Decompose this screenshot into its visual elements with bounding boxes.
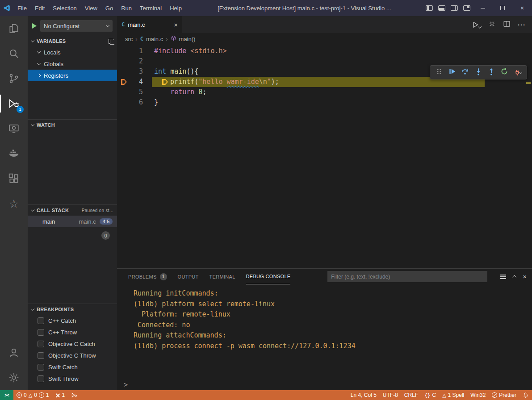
tab-output[interactable]: OUTPUT <box>178 269 199 284</box>
maximize-button[interactable] <box>493 0 512 16</box>
variables-header[interactable]: VARIABLES <box>28 36 117 46</box>
remote-explorer-icon[interactable] <box>0 116 28 141</box>
checkbox[interactable] <box>38 352 44 359</box>
breakpoint-row[interactable]: Objective C Catch <box>28 338 117 350</box>
code-text: printf("hello wamr-ide\n"); <box>154 77 279 87</box>
tab-terminal[interactable]: TERMINAL <box>209 269 235 284</box>
stack-frame-row[interactable]: main main.c 4:5 <box>28 216 117 227</box>
menu-edit[interactable]: Edit <box>31 0 49 16</box>
breakpoint-row[interactable]: C++ Throw <box>28 326 117 338</box>
variables-item-globals[interactable]: Globals <box>28 58 117 70</box>
breakpoint-label: Objective C Throw <box>48 352 96 359</box>
breadcrumb-folder[interactable]: src <box>125 36 133 42</box>
checkbox[interactable] <box>38 375 44 382</box>
customize-layout-icon[interactable] <box>463 5 470 11</box>
account-icon[interactable] <box>0 340 28 365</box>
breakpoint-row[interactable]: Swift Throw <box>28 373 117 384</box>
remote-indicator[interactable]: >< <box>0 390 13 400</box>
search-icon[interactable] <box>0 41 28 66</box>
eol-indicator[interactable]: CRLF <box>401 390 421 400</box>
call-stack-header[interactable]: CALL STACK Paused on st... <box>28 205 117 216</box>
debug-console-output[interactable]: Running initCommands: (lldb) platform se… <box>117 284 532 379</box>
notifications-bell[interactable] <box>519 390 532 400</box>
menu-terminal[interactable]: Terminal <box>136 0 166 16</box>
menu-view[interactable]: View <box>81 0 101 16</box>
breakpoint-row[interactable]: C++ Catch <box>28 315 117 326</box>
tab-close-icon[interactable]: × <box>174 21 178 29</box>
launch-config-dropdown[interactable]: No Configurat <box>40 20 113 32</box>
close-panel-icon[interactable]: × <box>523 273 527 280</box>
chevron-down-icon <box>31 208 34 211</box>
clear-console-icon[interactable] <box>500 276 506 277</box>
breakpoint-margin[interactable] <box>117 67 130 77</box>
problems-indicator[interactable]: ×0 △0 i1 <box>13 390 52 400</box>
extensions-icon[interactable] <box>0 166 28 191</box>
tab-main-c[interactable]: C main.c × <box>117 16 182 33</box>
tab-bar: C main.c × ··· <box>117 16 532 33</box>
checkbox[interactable] <box>38 341 44 347</box>
console-input-row[interactable]: > <box>117 379 532 390</box>
collapse-all-icon[interactable] <box>109 39 113 44</box>
settings-gear-icon[interactable] <box>0 365 28 390</box>
breakpoint-margin[interactable] <box>117 77 130 87</box>
more-actions-icon[interactable]: ··· <box>518 21 526 29</box>
continue-icon[interactable] <box>448 67 456 77</box>
variables-item-locals[interactable]: Locals <box>28 46 117 58</box>
language-mode[interactable]: {}C <box>421 390 439 400</box>
debug-session-indicator[interactable] <box>68 390 80 400</box>
cursor-position[interactable]: Ln 4, Col 5 <box>348 390 380 400</box>
run-or-debug-icon[interactable] <box>472 21 481 29</box>
checkbox[interactable] <box>38 364 44 371</box>
encoding-indicator[interactable]: UTF-8 <box>380 390 401 400</box>
launch-config-row: No Configurat <box>28 16 117 36</box>
menu-help[interactable]: Help <box>166 0 186 16</box>
platform-indicator[interactable]: Win32 <box>467 390 489 400</box>
menu-run[interactable]: Run <box>117 0 136 16</box>
spell-checker-status[interactable]: △1 Spell <box>439 390 467 400</box>
run-and-debug-icon[interactable]: 1 <box>0 91 28 116</box>
step-over-icon[interactable] <box>461 67 469 77</box>
breakpoint-margin[interactable] <box>117 87 130 97</box>
formatter-status[interactable]: Prettier <box>489 390 519 400</box>
editor-actions: ··· <box>472 16 532 33</box>
start-debug-icon[interactable] <box>32 23 37 29</box>
restart-icon[interactable] <box>500 67 508 77</box>
checkbox[interactable] <box>38 329 44 336</box>
toolbar-grip-icon[interactable] <box>435 67 443 77</box>
toggle-panel-icon[interactable] <box>438 5 445 11</box>
spell-label: 1 Spell <box>448 392 465 398</box>
source-control-icon[interactable] <box>0 66 28 91</box>
step-out-icon[interactable] <box>487 67 495 77</box>
minimize-button[interactable] <box>473 0 493 16</box>
maximize-panel-icon[interactable] <box>512 275 517 279</box>
tab-debug-console[interactable]: DEBUG CONSOLE <box>246 269 291 284</box>
docker-icon[interactable] <box>0 141 28 166</box>
step-into-icon[interactable] <box>474 67 482 77</box>
tab-problems[interactable]: PROBLEMS1 <box>128 269 167 284</box>
menu-file[interactable]: File <box>13 0 31 16</box>
disconnect-icon[interactable] <box>513 68 522 76</box>
explorer-icon[interactable] <box>0 16 28 41</box>
run-settings-gear-icon[interactable] <box>488 20 496 29</box>
checkbox[interactable] <box>38 317 44 324</box>
breakpoint-margin[interactable] <box>117 56 130 67</box>
breakpoint-margin[interactable] <box>117 97 130 108</box>
breakpoint-row[interactable]: Swift Catch <box>28 361 117 373</box>
split-editor-icon[interactable] <box>503 20 511 29</box>
toggle-secondary-sidebar-icon[interactable] <box>451 5 458 11</box>
code-editor[interactable]: 1 #include <stdio.h> 2 3 int main(){ <box>117 45 532 268</box>
breakpoint-row[interactable]: Objective C Throw <box>28 350 117 361</box>
tasks-indicator[interactable]: 1 <box>52 390 68 400</box>
marketplace-star-icon[interactable]: ☆ <box>0 191 28 216</box>
close-button[interactable]: × <box>512 0 532 16</box>
breadcrumb-symbol[interactable]: main() <box>179 36 196 42</box>
breadcrumb-file[interactable]: main.c <box>146 36 163 42</box>
variables-item-registers[interactable]: Registers <box>28 70 117 81</box>
watch-header[interactable]: WATCH <box>28 120 117 130</box>
console-filter-input[interactable] <box>327 271 487 282</box>
menu-selection[interactable]: Selection <box>49 0 80 16</box>
breakpoints-header[interactable]: BREAKPOINTS <box>28 304 117 315</box>
toggle-sidebar-icon[interactable] <box>426 5 433 11</box>
breakpoint-margin[interactable] <box>117 46 130 56</box>
menu-go[interactable]: Go <box>101 0 117 16</box>
